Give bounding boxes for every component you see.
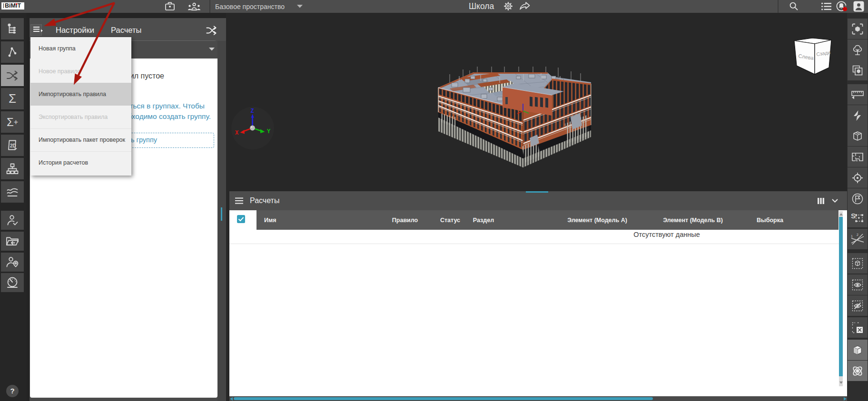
svg-text:2D: 2D: [10, 143, 16, 148]
svg-text:S: S: [851, 212, 856, 220]
svg-text:Z: Z: [251, 108, 254, 115]
svg-text:2: 2: [857, 233, 858, 236]
svg-text:Y: Y: [267, 128, 271, 135]
svg-text:1: 1: [851, 235, 853, 238]
svg-text:X: X: [235, 130, 239, 137]
